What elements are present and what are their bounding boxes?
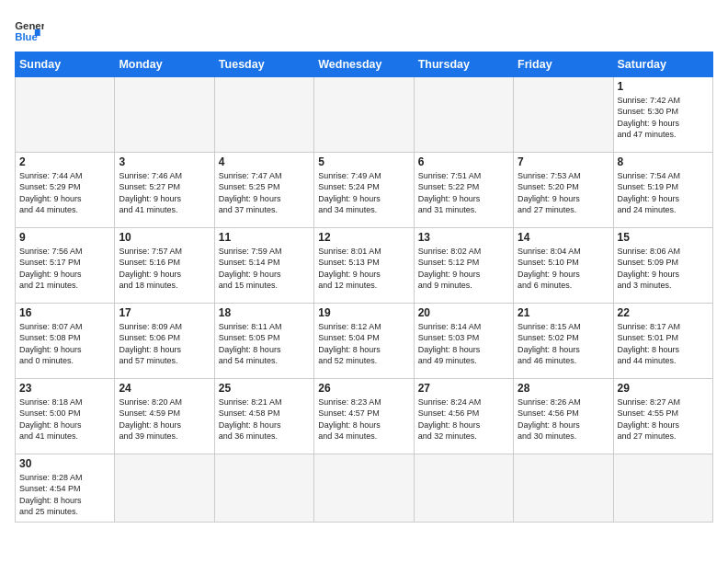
cell-daylight-info: Sunrise: 7:56 AM Sunset: 5:17 PM Dayligh… <box>19 246 110 292</box>
weekday-header-wednesday: Wednesday <box>314 52 414 77</box>
calendar-cell <box>214 454 313 523</box>
svg-text:Blue: Blue <box>15 31 38 42</box>
cell-daylight-info: Sunrise: 8:02 AM Sunset: 5:12 PM Dayligh… <box>418 246 509 292</box>
weekday-header-saturday: Saturday <box>613 52 712 77</box>
calendar-cell <box>214 77 313 153</box>
calendar-cell: 2Sunrise: 7:44 AM Sunset: 5:29 PM Daylig… <box>16 153 115 228</box>
weekday-header-tuesday: Tuesday <box>214 52 313 77</box>
calendar-cell: 24Sunrise: 8:20 AM Sunset: 4:59 PM Dayli… <box>115 379 214 454</box>
calendar-cell: 1Sunrise: 7:42 AM Sunset: 5:30 PM Daylig… <box>613 77 712 153</box>
day-number: 8 <box>618 155 709 168</box>
cell-daylight-info: Sunrise: 8:21 AM Sunset: 4:58 PM Dayligh… <box>219 396 310 442</box>
cell-daylight-info: Sunrise: 7:47 AM Sunset: 5:25 PM Dayligh… <box>219 170 310 216</box>
day-number: 4 <box>219 155 310 168</box>
day-number: 22 <box>618 306 709 319</box>
day-number: 21 <box>518 306 609 319</box>
day-number: 9 <box>19 231 110 244</box>
day-number: 28 <box>518 382 609 395</box>
cell-daylight-info: Sunrise: 8:28 AM Sunset: 4:54 PM Dayligh… <box>19 472 110 518</box>
cell-daylight-info: Sunrise: 8:27 AM Sunset: 4:55 PM Dayligh… <box>618 396 709 442</box>
day-number: 17 <box>119 306 210 319</box>
calendar-cell: 5Sunrise: 7:49 AM Sunset: 5:24 PM Daylig… <box>314 153 414 228</box>
calendar-cell <box>314 454 414 523</box>
cell-daylight-info: Sunrise: 8:04 AM Sunset: 5:10 PM Dayligh… <box>518 246 609 292</box>
calendar-cell <box>414 454 513 523</box>
cell-daylight-info: Sunrise: 7:49 AM Sunset: 5:24 PM Dayligh… <box>318 170 409 216</box>
calendar-cell: 13Sunrise: 8:02 AM Sunset: 5:12 PM Dayli… <box>414 228 513 304</box>
cell-daylight-info: Sunrise: 8:20 AM Sunset: 4:59 PM Dayligh… <box>119 396 210 442</box>
calendar-cell: 6Sunrise: 7:51 AM Sunset: 5:22 PM Daylig… <box>414 153 513 228</box>
cell-daylight-info: Sunrise: 8:14 AM Sunset: 5:03 PM Dayligh… <box>418 321 509 367</box>
calendar-week-row: 23Sunrise: 8:18 AM Sunset: 5:00 PM Dayli… <box>16 379 713 454</box>
calendar-cell: 30Sunrise: 8:28 AM Sunset: 4:54 PM Dayli… <box>16 454 115 523</box>
cell-daylight-info: Sunrise: 8:12 AM Sunset: 5:04 PM Dayligh… <box>318 321 409 367</box>
day-number: 20 <box>418 306 509 319</box>
calendar-cell: 21Sunrise: 8:15 AM Sunset: 5:02 PM Dayli… <box>514 304 613 379</box>
weekday-header-monday: Monday <box>115 52 214 77</box>
calendar-cell: 27Sunrise: 8:24 AM Sunset: 4:56 PM Dayli… <box>414 379 513 454</box>
calendar-cell: 7Sunrise: 7:53 AM Sunset: 5:20 PM Daylig… <box>514 153 613 228</box>
calendar-cell: 10Sunrise: 7:57 AM Sunset: 5:16 PM Dayli… <box>115 228 214 304</box>
calendar-week-row: 9Sunrise: 7:56 AM Sunset: 5:17 PM Daylig… <box>16 228 713 304</box>
cell-daylight-info: Sunrise: 8:24 AM Sunset: 4:56 PM Dayligh… <box>418 396 509 442</box>
day-number: 11 <box>219 231 310 244</box>
day-number: 25 <box>219 382 310 395</box>
calendar-cell: 29Sunrise: 8:27 AM Sunset: 4:55 PM Dayli… <box>613 379 712 454</box>
day-number: 18 <box>219 306 310 319</box>
calendar-cell: 16Sunrise: 8:07 AM Sunset: 5:08 PM Dayli… <box>16 304 115 379</box>
calendar-cell: 14Sunrise: 8:04 AM Sunset: 5:10 PM Dayli… <box>514 228 613 304</box>
cell-daylight-info: Sunrise: 7:59 AM Sunset: 5:14 PM Dayligh… <box>219 246 310 292</box>
cell-daylight-info: Sunrise: 7:57 AM Sunset: 5:16 PM Dayligh… <box>119 246 210 292</box>
cell-daylight-info: Sunrise: 8:09 AM Sunset: 5:06 PM Dayligh… <box>119 321 210 367</box>
calendar-cell: 26Sunrise: 8:23 AM Sunset: 4:57 PM Dayli… <box>314 379 414 454</box>
cell-daylight-info: Sunrise: 7:53 AM Sunset: 5:20 PM Dayligh… <box>518 170 609 216</box>
calendar-cell <box>514 454 613 523</box>
day-number: 27 <box>418 382 509 395</box>
logo: General Blue <box>15 18 50 44</box>
calendar-cell <box>115 77 214 153</box>
calendar-cell: 11Sunrise: 7:59 AM Sunset: 5:14 PM Dayli… <box>214 228 313 304</box>
cell-daylight-info: Sunrise: 7:46 AM Sunset: 5:27 PM Dayligh… <box>119 170 210 216</box>
calendar-cell: 3Sunrise: 7:46 AM Sunset: 5:27 PM Daylig… <box>115 153 214 228</box>
calendar-cell: 9Sunrise: 7:56 AM Sunset: 5:17 PM Daylig… <box>16 228 115 304</box>
day-number: 30 <box>19 457 110 470</box>
calendar-cell: 17Sunrise: 8:09 AM Sunset: 5:06 PM Dayli… <box>115 304 214 379</box>
weekday-header-friday: Friday <box>514 52 613 77</box>
cell-daylight-info: Sunrise: 8:07 AM Sunset: 5:08 PM Dayligh… <box>19 321 110 367</box>
calendar-week-row: 2Sunrise: 7:44 AM Sunset: 5:29 PM Daylig… <box>16 153 713 228</box>
calendar-cell: 28Sunrise: 8:26 AM Sunset: 4:56 PM Dayli… <box>514 379 613 454</box>
logo-icon: General Blue <box>15 18 44 44</box>
day-number: 10 <box>119 231 210 244</box>
calendar-cell <box>613 454 712 523</box>
calendar-week-row: 30Sunrise: 8:28 AM Sunset: 4:54 PM Dayli… <box>16 454 713 523</box>
day-number: 7 <box>518 155 609 168</box>
cell-daylight-info: Sunrise: 7:44 AM Sunset: 5:29 PM Dayligh… <box>19 170 110 216</box>
cell-daylight-info: Sunrise: 8:26 AM Sunset: 4:56 PM Dayligh… <box>518 396 609 442</box>
day-number: 23 <box>19 382 110 395</box>
calendar-cell: 22Sunrise: 8:17 AM Sunset: 5:01 PM Dayli… <box>613 304 712 379</box>
calendar-cell: 18Sunrise: 8:11 AM Sunset: 5:05 PM Dayli… <box>214 304 313 379</box>
calendar-cell <box>115 454 214 523</box>
cell-daylight-info: Sunrise: 8:17 AM Sunset: 5:01 PM Dayligh… <box>618 321 709 367</box>
calendar-week-row: 1Sunrise: 7:42 AM Sunset: 5:30 PM Daylig… <box>16 77 713 153</box>
day-number: 14 <box>518 231 609 244</box>
day-number: 1 <box>618 80 709 93</box>
weekday-header-row: SundayMondayTuesdayWednesdayThursdayFrid… <box>16 52 713 77</box>
calendar-cell <box>514 77 613 153</box>
day-number: 26 <box>318 382 409 395</box>
calendar-cell <box>16 77 115 153</box>
day-number: 16 <box>19 306 110 319</box>
calendar-cell: 15Sunrise: 8:06 AM Sunset: 5:09 PM Dayli… <box>613 228 712 304</box>
cell-daylight-info: Sunrise: 7:42 AM Sunset: 5:30 PM Dayligh… <box>618 95 709 141</box>
calendar-cell: 19Sunrise: 8:12 AM Sunset: 5:04 PM Dayli… <box>314 304 414 379</box>
cell-daylight-info: Sunrise: 8:23 AM Sunset: 4:57 PM Dayligh… <box>318 396 409 442</box>
day-number: 6 <box>418 155 509 168</box>
weekday-header-thursday: Thursday <box>414 52 513 77</box>
day-number: 24 <box>119 382 210 395</box>
day-number: 29 <box>618 382 709 395</box>
calendar-table: SundayMondayTuesdayWednesdayThursdayFrid… <box>15 52 713 523</box>
calendar-cell: 20Sunrise: 8:14 AM Sunset: 5:03 PM Dayli… <box>414 304 513 379</box>
cell-daylight-info: Sunrise: 8:06 AM Sunset: 5:09 PM Dayligh… <box>618 246 709 292</box>
calendar-cell: 8Sunrise: 7:54 AM Sunset: 5:19 PM Daylig… <box>613 153 712 228</box>
cell-daylight-info: Sunrise: 7:54 AM Sunset: 5:19 PM Dayligh… <box>618 170 709 216</box>
